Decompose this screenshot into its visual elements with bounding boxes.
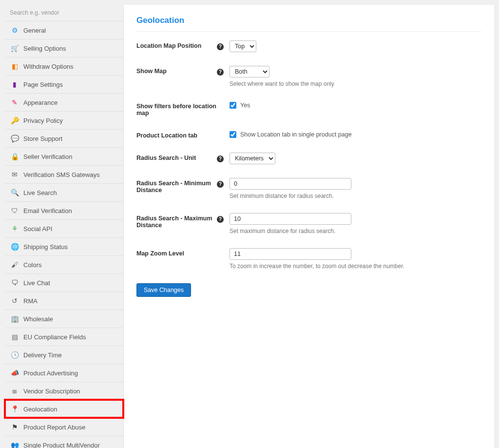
field-description: Set minimum distance for radius search.: [230, 193, 481, 199]
sidebar-item-label: Delivery Time: [23, 351, 62, 359]
sidebar-item-label: Appearance: [23, 99, 58, 106]
help-icon[interactable]: ?: [217, 216, 224, 223]
settings-panel: Geolocation Location Map Position ? Top …: [123, 5, 494, 448]
undo-icon: ↺: [11, 297, 19, 305]
sidebar-item-label: Product Advertising: [23, 370, 78, 377]
envelope-icon: ✉: [11, 171, 19, 178]
show-filters-checkbox[interactable]: [230, 102, 236, 109]
sidebar-item-privacy-policy[interactable]: 🔑 Privacy Policy: [5, 111, 123, 129]
page-title: Geolocation: [136, 16, 481, 32]
field-label: Radius Search - Unit: [136, 153, 217, 161]
sidebar-item-product-report-abuse[interactable]: ⚑ Product Report Abuse: [5, 418, 123, 436]
sidebar-item-label: Vendor Subscription: [23, 388, 80, 395]
sidebar-item-label: Store Support: [23, 135, 62, 142]
users-icon: 👥: [11, 441, 19, 448]
field-description: Set maximum distance for radius search.: [230, 228, 481, 234]
sidebar-item-label: Wholesale: [23, 315, 53, 323]
show-map-select[interactable]: Both: [230, 66, 269, 78]
sidebar-item-wholesale[interactable]: 🏢 Wholesale: [5, 310, 123, 328]
gear-icon: ⚙: [11, 26, 19, 34]
sidebar-item-label: Page Settings: [23, 81, 63, 88]
sidebar-item-label: Single Product MultiVendor: [23, 442, 100, 448]
appearance-icon: ✎: [11, 98, 19, 106]
sidebar-item-live-search[interactable]: 🔍 Live Search: [5, 183, 123, 201]
comments-icon: 🗨: [11, 279, 19, 287]
sidebar-item-label: Colors: [23, 261, 42, 269]
sidebar-item-withdraw-options[interactable]: ◧ Withdraw Options: [5, 57, 123, 75]
sidebar-item-label: General: [23, 27, 46, 34]
sidebar-item-label: Geolocation: [23, 406, 57, 413]
sidebar-item-single-product-multivendor[interactable]: 👥 Single Product MultiVendor: [5, 436, 123, 448]
sidebar-item-label: Shipping Status: [23, 243, 68, 251]
sidebar-item-page-settings[interactable]: ▮ Page Settings: [5, 75, 123, 93]
search-input[interactable]: [10, 9, 118, 16]
sidebar-item-verification-sms[interactable]: ✉ Verification SMS Gateways: [5, 165, 123, 183]
sidebar-item-rma[interactable]: ↺ RMA: [5, 292, 123, 310]
brush-icon: 🖌: [11, 261, 19, 269]
field-label: Map Zoom Level: [136, 248, 217, 257]
sidebar-item-label: Seller Verification: [23, 153, 72, 160]
sidebar-item-selling-options[interactable]: 🛒 Selling Options: [5, 39, 123, 57]
globe-icon: 🌐: [11, 243, 19, 251]
sidebar-item-store-support[interactable]: 💬 Store Support: [5, 129, 123, 147]
sidebar-item-vendor-subscription[interactable]: ≣ Vendor Subscription: [5, 382, 123, 400]
radius-max-input[interactable]: [230, 213, 351, 225]
sidebar-item-label: Selling Options: [23, 45, 66, 52]
location-map-position-select[interactable]: Top: [230, 40, 256, 52]
field-product-location-tab: Product Location tab Show Location tab i…: [136, 130, 481, 139]
sidebar-item-label: Live Chat: [23, 279, 50, 287]
radius-min-input[interactable]: [230, 178, 351, 190]
share-icon: ⚘: [11, 225, 19, 233]
help-icon[interactable]: ?: [217, 156, 224, 162]
cart-icon: 🛒: [11, 44, 19, 52]
field-radius-unit: Radius Search - Unit ? Kilometers: [136, 153, 481, 164]
withdraw-icon: ◧: [11, 62, 19, 70]
settings-sidebar: ⚙ General 🛒 Selling Options ◧ Withdraw O…: [5, 5, 123, 448]
field-label: Product Location tab: [136, 130, 217, 139]
zoom-level-input[interactable]: [230, 248, 351, 260]
sidebar-item-label: Live Search: [23, 189, 57, 196]
sidebar-item-shipping-status[interactable]: 🌐 Shipping Status: [5, 237, 123, 255]
sidebar-item-label: Verification SMS Gateways: [23, 171, 100, 178]
sidebar-item-eu-compliance[interactable]: ▤ EU Compliance Fields: [5, 328, 123, 346]
lock-icon: 🔒: [11, 153, 19, 160]
sidebar-item-label: Privacy Policy: [23, 117, 63, 124]
sidebar-item-label: Product Report Abuse: [23, 424, 85, 431]
field-zoom-level: Map Zoom Level To zoom in increase the n…: [136, 248, 481, 270]
sidebar-item-delivery-time[interactable]: 🕒 Delivery Time: [5, 346, 123, 364]
chat-icon: 💬: [11, 135, 19, 142]
sidebar-item-email-verification[interactable]: 🛡 Email Verification: [5, 201, 123, 219]
save-changes-button[interactable]: Save Changes: [136, 283, 191, 297]
help-icon[interactable]: ?: [217, 181, 224, 188]
id-icon: ▤: [11, 333, 19, 341]
pin-icon: 📍: [11, 405, 19, 413]
megaphone-icon: 📣: [11, 369, 19, 377]
field-location-map-position: Location Map Position ? Top: [136, 40, 481, 52]
help-icon[interactable]: ?: [217, 69, 224, 76]
sidebar-item-geolocation[interactable]: 📍 Geolocation: [5, 400, 123, 418]
radius-unit-select[interactable]: Kilometers: [230, 153, 275, 164]
sidebar-item-colors[interactable]: 🖌 Colors: [5, 255, 123, 273]
help-icon[interactable]: ?: [217, 43, 224, 50]
sidebar-item-label: RMA: [23, 297, 38, 305]
field-label: Radius Search - Maximum Distance: [136, 213, 217, 229]
sidebar-item-label: Social API: [23, 225, 52, 233]
sidebar-item-general[interactable]: ⚙ General: [5, 21, 123, 39]
field-label: Location Map Position: [136, 40, 217, 49]
flag-icon: ⚑: [11, 423, 19, 431]
sidebar-item-seller-verification[interactable]: 🔒 Seller Verification: [5, 147, 123, 165]
sidebar-item-live-chat[interactable]: 🗨 Live Chat: [5, 273, 123, 292]
field-label: Radius Search - Minimum Distance: [136, 178, 217, 194]
field-description: To zoom in increase the number, to zoom …: [230, 263, 481, 270]
field-show-map: Show Map ? Both Select where want to sho…: [136, 66, 481, 87]
sidebar-item-appearance[interactable]: ✎ Appearance: [5, 93, 123, 111]
list-icon: ≣: [11, 387, 19, 395]
sidebar-item-product-advertising[interactable]: 📣 Product Advertising: [5, 364, 123, 382]
product-location-tab-checkbox[interactable]: [230, 131, 236, 138]
field-radius-min: Radius Search - Minimum Distance ? Set m…: [136, 178, 481, 199]
field-label: Show filters before location map: [136, 101, 217, 117]
sidebar-item-social-api[interactable]: ⚘ Social API: [5, 219, 123, 237]
field-show-filters: Show filters before location map Yes: [136, 101, 481, 117]
search-icon: 🔍: [11, 189, 19, 196]
sidebar-item-label: EU Compliance Fields: [23, 333, 86, 341]
